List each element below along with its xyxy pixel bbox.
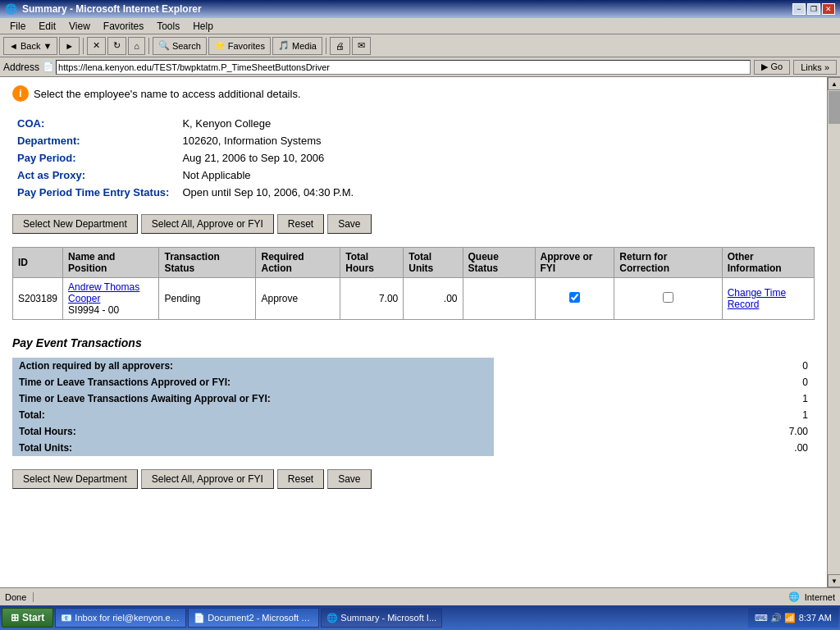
approve-checkbox[interactable] bbox=[569, 292, 580, 303]
dept-value: 102620, Information Systems bbox=[174, 132, 358, 149]
save-top-button[interactable]: Save bbox=[327, 214, 371, 234]
pay-stat-label: Action required by all approvers: bbox=[12, 358, 494, 374]
links-button[interactable]: Links » bbox=[793, 60, 837, 75]
start-button[interactable]: ⊞ Start bbox=[2, 608, 53, 628]
scrollbar[interactable]: ▲ ▼ bbox=[827, 77, 840, 587]
start-label: Start bbox=[22, 612, 44, 623]
minimize-button[interactable]: − bbox=[792, 3, 806, 15]
menu-edit[interactable]: Edit bbox=[32, 19, 62, 34]
menu-favorites[interactable]: Favorites bbox=[97, 19, 150, 34]
pay-stat-row: Time or Leave Transactions Awaiting Appr… bbox=[12, 390, 815, 407]
media-button[interactable]: 🎵 Media bbox=[272, 37, 322, 55]
dept-row: Department: 102620, Information Systems bbox=[12, 132, 358, 149]
change-record-link[interactable]: Change TimeRecord bbox=[728, 287, 786, 310]
menu-bar: File Edit View Favorites Tools Help bbox=[0, 18, 840, 34]
pay-period-row: Pay Period: Aug 21, 2006 to Sep 10, 2006 bbox=[12, 149, 358, 167]
window-icon: 🌐 bbox=[5, 3, 17, 15]
title-bar: 🌐 Summary - Microsoft Internet Explorer … bbox=[0, 0, 840, 18]
cell-approve[interactable] bbox=[535, 278, 614, 320]
cell-trans-status: Pending bbox=[159, 278, 256, 320]
pay-stat-row: Time or Leave Transactions Approved or F… bbox=[12, 374, 815, 390]
pay-event-title: Pay Event Transactions bbox=[12, 336, 815, 349]
taskbar-item-inbox[interactable]: 📧 Inbox for riel@kenyon.ed... bbox=[55, 608, 186, 628]
table-header: ID Name and Position Transaction Status … bbox=[13, 248, 815, 278]
restore-button[interactable]: ❐ bbox=[807, 3, 820, 15]
employee-name-link[interactable]: Andrew Thomas Cooper bbox=[68, 281, 139, 304]
select-all-approve-bottom-button[interactable]: Select All, Approve or FYI bbox=[141, 469, 274, 489]
col-id: ID bbox=[13, 248, 63, 278]
proxy-value: Not Applicable bbox=[174, 167, 358, 184]
back-button[interactable]: ◄ Back ▼ bbox=[3, 37, 57, 55]
save-bottom-button[interactable]: Save bbox=[327, 469, 371, 489]
cell-return[interactable] bbox=[614, 278, 722, 320]
pay-stat-value: 7.00 bbox=[494, 423, 815, 440]
info-table: COA: K, Kenyon College Department: 10262… bbox=[12, 115, 358, 201]
inbox-label: Inbox for riel@kenyon.ed... bbox=[75, 613, 180, 623]
coa-row: COA: K, Kenyon College bbox=[12, 115, 358, 132]
word-icon: 📄 bbox=[194, 613, 205, 623]
inbox-icon: 📧 bbox=[61, 613, 72, 623]
col-queue-status: Queue Status bbox=[463, 248, 535, 278]
col-approve: Approve or FYI bbox=[535, 248, 614, 278]
cell-other: Change TimeRecord bbox=[722, 278, 814, 320]
separator-3 bbox=[326, 38, 326, 54]
col-other: Other Information bbox=[722, 248, 814, 278]
coa-label: COA: bbox=[12, 115, 174, 132]
go-button[interactable]: ▶ Go bbox=[754, 60, 790, 75]
tray-icons: ⌨ 🔊 📶 bbox=[755, 613, 796, 623]
refresh-button[interactable]: ↻ bbox=[107, 37, 126, 55]
select-all-approve-top-button[interactable]: Select All, Approve or FYI bbox=[141, 214, 274, 234]
pay-stat-value: 0 bbox=[494, 358, 815, 374]
search-button[interactable]: 🔍 Search bbox=[153, 37, 207, 55]
zone-text: Internet bbox=[805, 592, 835, 602]
taskbar-item-word[interactable]: 📄 Document2 - Microsoft W... bbox=[188, 608, 319, 628]
address-bar: Address 📄 ▶ Go Links » bbox=[0, 57, 840, 77]
menu-file[interactable]: File bbox=[3, 19, 32, 34]
page-instruction: i Select the employee's name to access a… bbox=[12, 85, 815, 102]
scroll-thumb[interactable] bbox=[829, 91, 840, 124]
taskbar-right: ⌨ 🔊 📶 8:37 AM bbox=[748, 608, 838, 628]
menu-tools[interactable]: Tools bbox=[150, 19, 186, 34]
pay-stat-value: 1 bbox=[494, 390, 815, 407]
menu-view[interactable]: View bbox=[62, 19, 97, 34]
favorites-button[interactable]: ⭐ Favorites bbox=[208, 37, 271, 55]
pay-stat-label: Total Units: bbox=[12, 440, 494, 456]
mail-button[interactable]: ✉ bbox=[352, 37, 371, 55]
pay-stat-value: 1 bbox=[494, 407, 815, 423]
cell-total-hours: 7.00 bbox=[340, 278, 404, 320]
pay-stat-value: 0 bbox=[494, 374, 815, 390]
address-input[interactable] bbox=[56, 60, 751, 75]
address-label: Address bbox=[3, 62, 39, 73]
pay-stat-label: Total Hours: bbox=[12, 423, 494, 440]
return-checkbox[interactable] bbox=[663, 292, 673, 303]
bottom-button-row: Select New Department Select All, Approv… bbox=[12, 469, 815, 489]
select-new-dept-bottom-button[interactable]: Select New Department bbox=[12, 469, 138, 489]
pay-period-label: Pay Period: bbox=[12, 149, 174, 167]
print-button[interactable]: 🖨 bbox=[330, 37, 350, 55]
status-text: Done bbox=[5, 592, 26, 602]
windows-icon: ⊞ bbox=[11, 612, 19, 623]
forward-button[interactable]: ► bbox=[59, 37, 80, 55]
separator-1 bbox=[83, 38, 84, 54]
clock: 8:37 AM bbox=[799, 613, 832, 623]
col-total-hours: Total Hours bbox=[340, 248, 404, 278]
col-name: Name and Position bbox=[63, 248, 159, 278]
taskbar-item-ie[interactable]: 🌐 Summary - Microsoft I... bbox=[321, 608, 442, 628]
top-button-row: Select New Department Select All, Approv… bbox=[12, 214, 815, 234]
pay-stat-row: Total: 1 bbox=[12, 407, 815, 423]
scroll-up-button[interactable]: ▲ bbox=[828, 77, 840, 90]
scroll-down-button[interactable]: ▼ bbox=[828, 574, 840, 587]
status-right: 🌐 Internet bbox=[788, 591, 835, 602]
header-row: ID Name and Position Transaction Status … bbox=[13, 248, 815, 278]
reset-top-button[interactable]: Reset bbox=[277, 214, 324, 234]
menu-help[interactable]: Help bbox=[186, 19, 220, 34]
stop-button[interactable]: ✕ bbox=[87, 37, 106, 55]
status-bar: Done 🌐 Internet bbox=[0, 587, 840, 605]
pay-stat-value: .00 bbox=[494, 440, 815, 456]
select-new-dept-top-button[interactable]: Select New Department bbox=[12, 214, 138, 234]
cell-req-action: Approve bbox=[256, 278, 340, 320]
home-button[interactable]: ⌂ bbox=[128, 37, 145, 55]
close-button[interactable]: ✕ bbox=[822, 3, 835, 15]
page-content: i Select the employee's name to access a… bbox=[0, 77, 827, 587]
reset-bottom-button[interactable]: Reset bbox=[277, 469, 324, 489]
